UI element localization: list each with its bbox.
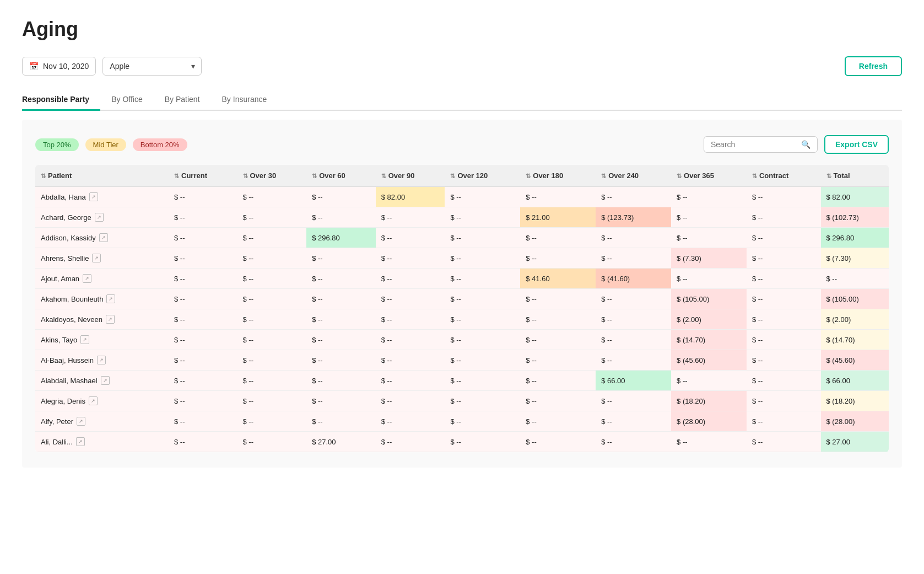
- toolbar-right: 🔍 Export CSV: [704, 135, 889, 154]
- page-container: Aging 📅 Nov 10, 2020 Apple Downtown West…: [0, 0, 924, 485]
- search-box[interactable]: 🔍: [704, 136, 818, 153]
- patient-name: Addison, Kassidy: [41, 234, 96, 242]
- patient-external-link-icon[interactable]: ↗: [80, 335, 89, 344]
- table-toolbar: Top 20% Mid Tier Bottom 20% 🔍 Export CSV: [35, 135, 889, 154]
- col-over365[interactable]: ⇅Over 365: [671, 165, 747, 187]
- col-total[interactable]: ⇅Total: [821, 165, 889, 187]
- legend: Top 20% Mid Tier Bottom 20%: [35, 138, 187, 151]
- table-row: Achard, George↗$ --$ --$ --$ --$ --$ 21.…: [35, 207, 889, 228]
- table-row: Al-Baaj, Hussein↗$ --$ --$ --$ --$ --$ -…: [35, 350, 889, 371]
- table-row: Akaldoyos, Neveen↗$ --$ --$ --$ --$ --$ …: [35, 309, 889, 330]
- patient-external-link-icon[interactable]: ↗: [89, 396, 98, 405]
- tab-by-patient[interactable]: By Patient: [154, 89, 211, 111]
- patient-name: Abdalla, Hana: [41, 193, 86, 201]
- date-value: Nov 10, 2020: [43, 62, 89, 71]
- col-over120[interactable]: ⇅Over 120: [445, 165, 520, 187]
- office-select-wrapper: Apple Downtown Westside North Branch: [102, 57, 202, 76]
- search-icon: 🔍: [801, 140, 810, 149]
- patient-name: Akahom, Bounleuth: [41, 295, 103, 303]
- table-header-row: ⇅Patient ⇅Current ⇅Over 30 ⇅Over 60 ⇅Ove…: [35, 165, 889, 187]
- calendar-icon: 📅: [29, 62, 39, 71]
- patient-name: Ahrens, Shellie: [41, 254, 89, 262]
- patient-name: Akins, Tayo: [41, 336, 77, 344]
- top-bar: 📅 Nov 10, 2020 Apple Downtown Westside N…: [22, 56, 902, 76]
- office-select[interactable]: Apple Downtown Westside North Branch: [102, 57, 202, 76]
- patient-external-link-icon[interactable]: ↗: [76, 437, 85, 446]
- export-csv-button[interactable]: Export CSV: [824, 135, 889, 154]
- col-over90[interactable]: ⇅Over 90: [376, 165, 445, 187]
- date-picker[interactable]: 📅 Nov 10, 2020: [22, 57, 96, 76]
- patient-external-link-icon[interactable]: ↗: [101, 376, 110, 385]
- patient-external-link-icon[interactable]: ↗: [106, 294, 115, 303]
- aging-table: ⇅Patient ⇅Current ⇅Over 30 ⇅Over 60 ⇅Ove…: [35, 165, 889, 452]
- patient-name: Alfy, Peter: [41, 417, 73, 426]
- patient-external-link-icon[interactable]: ↗: [106, 315, 115, 324]
- col-over240[interactable]: ⇅Over 240: [596, 165, 671, 187]
- col-contract[interactable]: ⇅Contract: [747, 165, 821, 187]
- patient-name: Al-Baaj, Hussein: [41, 356, 94, 364]
- tab-bar: Responsible Party By Office By Patient B…: [22, 89, 902, 111]
- legend-bottom20: Bottom 20%: [133, 138, 187, 151]
- table-row: Alfy, Peter↗$ --$ --$ --$ --$ --$ --$ --…: [35, 411, 889, 432]
- refresh-button[interactable]: Refresh: [845, 56, 902, 76]
- table-row: Alegria, Denis↗$ --$ --$ --$ --$ --$ --$…: [35, 391, 889, 411]
- patient-name: Ajout, Aman: [41, 275, 79, 283]
- table-row: Alabdali, Mashael↗$ --$ --$ --$ --$ --$ …: [35, 371, 889, 391]
- patient-external-link-icon[interactable]: ↗: [83, 274, 91, 283]
- table-row: Akahom, Bounleuth↗$ --$ --$ --$ --$ --$ …: [35, 289, 889, 309]
- search-input[interactable]: [711, 140, 799, 149]
- col-patient[interactable]: ⇅Patient: [35, 165, 169, 187]
- patient-name: Alabdali, Mashael: [41, 377, 98, 385]
- patient-external-link-icon[interactable]: ↗: [97, 356, 106, 364]
- col-over60[interactable]: ⇅Over 60: [306, 165, 376, 187]
- patient-external-link-icon[interactable]: ↗: [99, 233, 108, 242]
- tab-by-office[interactable]: By Office: [100, 89, 154, 111]
- patient-external-link-icon[interactable]: ↗: [89, 192, 98, 201]
- patient-external-link-icon[interactable]: ↗: [92, 254, 101, 262]
- col-over180[interactable]: ⇅Over 180: [520, 165, 596, 187]
- patient-external-link-icon[interactable]: ↗: [77, 417, 85, 426]
- top-bar-left: 📅 Nov 10, 2020 Apple Downtown Westside N…: [22, 57, 202, 76]
- tab-responsible-party[interactable]: Responsible Party: [22, 89, 100, 111]
- patient-name: Ali, Dalli...: [41, 438, 73, 446]
- table-row: Ahrens, Shellie↗$ --$ --$ --$ --$ --$ --…: [35, 248, 889, 269]
- legend-midtier: Mid Tier: [85, 138, 126, 151]
- patient-name: Akaldoyos, Neveen: [41, 315, 102, 324]
- page-title: Aging: [22, 18, 902, 41]
- table-row: Akins, Tayo↗$ --$ --$ --$ --$ --$ --$ --…: [35, 330, 889, 350]
- content-area: Top 20% Mid Tier Bottom 20% 🔍 Export CSV…: [22, 120, 902, 468]
- col-current[interactable]: ⇅Current: [169, 165, 237, 187]
- table-row: Addison, Kassidy↗$ --$ --$ 296.80$ --$ -…: [35, 228, 889, 248]
- patient-name: Achard, George: [41, 213, 91, 222]
- tab-by-insurance[interactable]: By Insurance: [211, 89, 278, 111]
- table-row: Abdalla, Hana↗$ --$ --$ --$ 82.00$ --$ -…: [35, 187, 889, 207]
- patient-external-link-icon[interactable]: ↗: [95, 213, 104, 222]
- patient-name: Alegria, Denis: [41, 397, 85, 405]
- table-row: Ajout, Aman↗$ --$ --$ --$ --$ --$ 41.60$…: [35, 269, 889, 289]
- table-row: Ali, Dalli...↗$ --$ --$ 27.00$ --$ --$ -…: [35, 432, 889, 452]
- legend-top20: Top 20%: [35, 138, 79, 151]
- col-over30[interactable]: ⇅Over 30: [237, 165, 307, 187]
